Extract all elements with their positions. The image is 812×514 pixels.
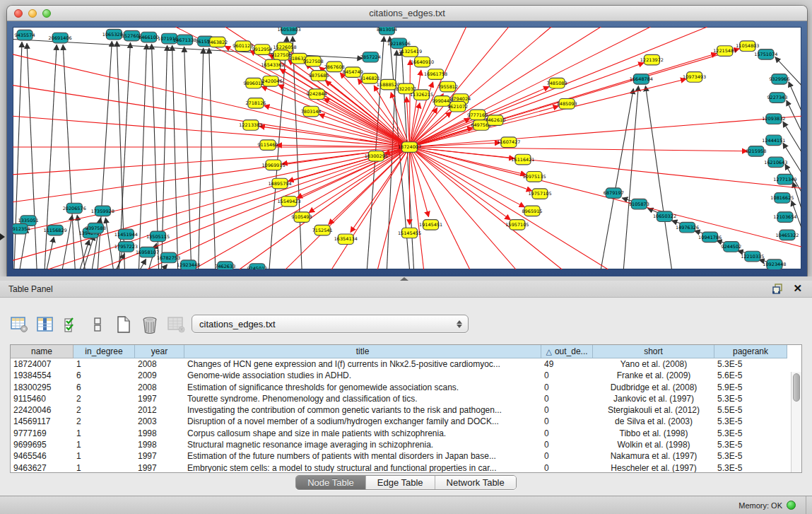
scrollbar-thumb[interactable]	[793, 373, 800, 402]
table-cell[interactable]: Nakamura et al. (1997)	[593, 450, 714, 462]
column-header-year[interactable]: year	[135, 345, 184, 358]
memory-ok-indicator-icon[interactable]	[787, 501, 796, 510]
table-cell[interactable]: 5.3E-5	[714, 462, 787, 472]
table-cell[interactable]: Tourette syndrome. Phenomenology and cla…	[184, 393, 541, 404]
new-document-icon[interactable]	[114, 315, 133, 334]
column-visibility-icon[interactable]	[36, 315, 54, 334]
table-cell[interactable]: 0	[541, 439, 593, 450]
table-cell[interactable]: 2	[73, 416, 135, 427]
table-cell[interactable]: Changes of HCN gene expression and I(f) …	[184, 358, 541, 370]
table-cell[interactable]: 2	[73, 393, 135, 404]
table-cell[interactable]: Structural magnetic resonance image aver…	[184, 439, 541, 450]
table-cell[interactable]: 0	[541, 404, 593, 416]
citation-network-graph[interactable]: 9435574206914061065328715276026466100107…	[13, 27, 801, 269]
table-row[interactable]: 1872400712008Changes of HCN gene express…	[11, 358, 801, 370]
table-cell[interactable]: 2012	[135, 404, 184, 416]
table-cell[interactable]: Estimation of significance thresholds fo…	[184, 382, 541, 393]
table-cell[interactable]: 0	[541, 416, 593, 427]
row-selection-checks-icon[interactable]	[62, 315, 81, 334]
table-cell[interactable]: Embryonic stem cells: a model to study s…	[184, 462, 541, 472]
window-titlebar[interactable]: citations_edges.txt	[7, 6, 807, 21]
table-cell[interactable]: 0	[541, 393, 593, 404]
table-cell[interactable]: 6	[73, 370, 135, 381]
zoom-window-button[interactable]	[42, 9, 51, 18]
network-table-select[interactable]: citations_edges.txt	[192, 315, 469, 333]
table-row[interactable]: 946362711997Embryonic stem cells: a mode…	[11, 462, 801, 472]
table-cell[interactable]: 2	[73, 404, 135, 416]
table-mode-icon[interactable]	[10, 315, 28, 334]
table-cell[interactable]: 1997	[135, 450, 184, 462]
table-cell[interactable]: 5.5E-5	[714, 404, 787, 416]
table-cell[interactable]: 6	[73, 382, 135, 393]
table-cell[interactable]: 2008	[135, 382, 184, 393]
table-cell[interactable]: 5.9E-5	[714, 382, 787, 393]
tab-edge-table[interactable]: Edge Table	[366, 476, 435, 489]
table-row[interactable]: 977716911998Corpus callosum shape and si…	[11, 428, 801, 439]
table-cell[interactable]: 5.3E-5	[714, 393, 787, 404]
table-row[interactable]: 946554611997Estimation of the future num…	[11, 450, 801, 462]
table-cell[interactable]: 2003	[135, 416, 184, 427]
table-cell[interactable]: 0	[541, 382, 593, 393]
table-cell[interactable]: 9699695	[11, 439, 73, 450]
table-cell[interactable]: 1998	[135, 428, 184, 439]
network-canvas[interactable]: 9435574206914061065328715276026466100107…	[13, 27, 801, 269]
close-window-button[interactable]	[14, 9, 23, 18]
table-row[interactable]: 1456911722003Disruption of a novel membe…	[11, 416, 801, 427]
table-cell[interactable]: 1997	[135, 462, 184, 472]
table-cell[interactable]: Dudbridge et al. (2008)	[593, 382, 714, 393]
table-cell[interactable]: 9115460	[11, 393, 73, 404]
table-cell[interactable]: Jankovic et al. (1997)	[593, 393, 714, 404]
minimize-window-button[interactable]	[28, 9, 37, 18]
table-cell[interactable]: 5.3E-5	[714, 358, 787, 370]
table-cell[interactable]: 5.3E-5	[714, 416, 787, 427]
column-header-pagerank[interactable]: pagerank	[714, 345, 787, 358]
table-cell[interactable]: 1	[73, 450, 135, 462]
table-cell[interactable]: 1	[73, 462, 135, 472]
table-cell[interactable]: Stergiakouli et al. (2012)	[593, 404, 714, 416]
column-header-in_degree[interactable]: in_degree	[73, 345, 135, 358]
table-cell[interactable]: de Silva et al. (2003)	[593, 416, 714, 427]
table-cell[interactable]: 18300295	[11, 382, 73, 393]
table-cell[interactable]: 0	[541, 370, 593, 381]
table-cell[interactable]: 1	[73, 428, 135, 439]
table-cell[interactable]: Yano et al. (2008)	[593, 358, 714, 370]
table-rows-icon[interactable]	[88, 315, 107, 334]
table-cell[interactable]: 2009	[135, 370, 184, 381]
column-header-title[interactable]: title	[184, 345, 541, 358]
table-cell[interactable]: 0	[541, 428, 593, 439]
table-cell[interactable]: 19384554	[11, 370, 73, 381]
table-cell[interactable]: 0	[541, 450, 593, 462]
table-row[interactable]: 911546021997Tourette syndrome. Phenomeno…	[11, 393, 801, 404]
close-panel-icon[interactable]: ✕	[793, 283, 802, 294]
table-cell[interactable]: 9463627	[11, 462, 73, 472]
table-cell[interactable]: 5.3E-5	[714, 428, 787, 439]
column-header-out_de[interactable]: △out_de...	[541, 345, 593, 358]
column-header-short[interactable]: short	[593, 345, 714, 358]
table-cell[interactable]: 1	[73, 358, 135, 370]
table-cell[interactable]: 22420046	[11, 404, 73, 416]
table-cell[interactable]: 1998	[135, 439, 184, 450]
table-cell[interactable]: 9777169	[11, 428, 73, 439]
table-cell[interactable]: 5.3E-5	[714, 450, 787, 462]
table-cell[interactable]: Estimation of the future numbers of pati…	[184, 450, 541, 462]
table-cell[interactable]: Genome-wide association studies in ADHD.	[184, 370, 541, 381]
table-cell[interactable]: Hescheler et al. (1997)	[593, 462, 714, 472]
table-cell[interactable]: Franke et al. (2009)	[593, 370, 714, 381]
table-cell[interactable]: Disruption of a novel member of a sodium…	[184, 416, 541, 427]
table-cell[interactable]: Tibbo et al. (1998)	[593, 428, 714, 439]
table-cell[interactable]: Wolkin et al. (1998)	[593, 439, 714, 450]
table-cell[interactable]: 49	[541, 358, 593, 370]
table-row[interactable]: 1830029562008Estimation of significance …	[11, 382, 801, 393]
table-cell[interactable]: 18724007	[11, 358, 73, 370]
column-header-name[interactable]: name	[11, 345, 73, 358]
table-cell[interactable]: 5.6E-5	[714, 370, 787, 381]
table-cell[interactable]: 14569117	[11, 416, 73, 427]
tab-node-table[interactable]: Node Table	[296, 476, 366, 489]
vertical-scrollbar[interactable]	[791, 372, 801, 472]
table-cell[interactable]: 5.3E-5	[714, 439, 787, 450]
table-cell[interactable]: 9465546	[11, 450, 73, 462]
table-cell[interactable]: 1	[73, 439, 135, 450]
sidebar-collapse-arrow-icon[interactable]	[0, 233, 5, 240]
table-row[interactable]: 2242004622012Investigating the contribut…	[11, 404, 801, 416]
trash-icon[interactable]	[141, 315, 159, 334]
